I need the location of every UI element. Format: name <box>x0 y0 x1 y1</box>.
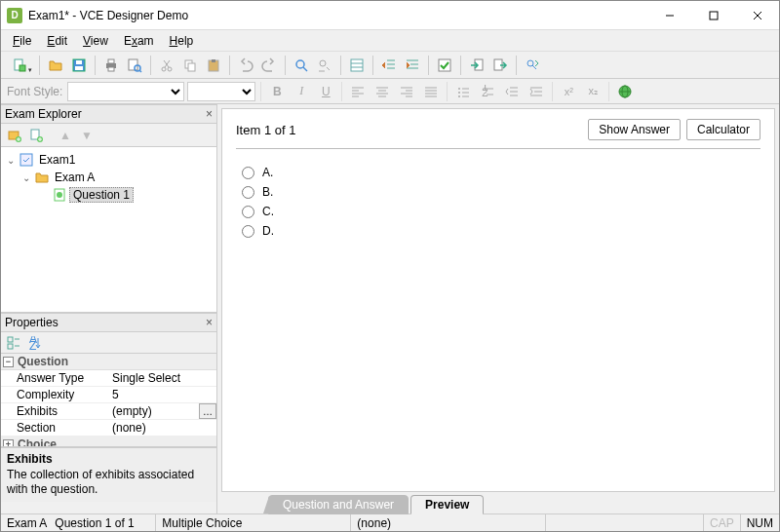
prop-section[interactable]: Section(none) <box>1 420 216 437</box>
export-button[interactable] <box>489 55 511 76</box>
calculator-button[interactable]: Calculator <box>686 119 760 140</box>
indent-button[interactable] <box>402 55 423 76</box>
web-button[interactable] <box>614 81 636 102</box>
underline-button[interactable]: U <box>315 81 336 102</box>
status-num: NUM <box>741 514 779 531</box>
choice-c-radio[interactable] <box>242 206 254 218</box>
prop-exhibits[interactable]: Exhibits(empty)… <box>1 403 216 420</box>
show-answer-button[interactable]: Show Answer <box>588 119 681 140</box>
app-window: D Exam1* - VCE Designer Demo FFileile Ed… <box>0 0 780 532</box>
menu-exam[interactable]: Exam <box>116 32 162 50</box>
categorized-button[interactable] <box>5 334 22 352</box>
svg-rect-82 <box>20 154 32 166</box>
choice-d[interactable]: D. <box>236 221 760 241</box>
prop-complexity[interactable]: Complexity5 <box>1 387 216 403</box>
bullet-list-button[interactable] <box>452 81 474 102</box>
property-description-body: The collection of exhibits associated wi… <box>7 468 211 498</box>
status-type: Multiple Choice <box>156 514 351 531</box>
number-list-button[interactable]: 12 <box>477 81 498 102</box>
new-button[interactable] <box>5 55 34 76</box>
status-cap: CAP <box>704 514 741 531</box>
svg-point-57 <box>458 95 460 97</box>
properties-button[interactable] <box>346 55 368 76</box>
redo-button[interactable] <box>258 55 280 76</box>
align-right-button[interactable] <box>396 81 417 102</box>
add-section-button[interactable] <box>5 126 24 145</box>
category-question[interactable]: −Question <box>1 354 216 370</box>
svg-rect-20 <box>188 63 195 71</box>
find-button[interactable] <box>291 55 312 76</box>
run-button[interactable] <box>522 55 543 76</box>
tab-question-answer[interactable]: Question and Answer <box>268 495 409 514</box>
move-down-button[interactable]: ▼ <box>77 126 97 145</box>
open-button[interactable] <box>45 55 66 76</box>
save-button[interactable] <box>68 55 90 76</box>
tree-section[interactable]: ⌄ Exam A <box>5 169 213 186</box>
superscript-button[interactable]: x² <box>558 81 579 102</box>
align-justify-button[interactable] <box>420 81 442 102</box>
close-button[interactable] <box>735 1 779 30</box>
align-center-button[interactable] <box>371 81 393 102</box>
choice-d-radio[interactable] <box>242 225 254 238</box>
font-style-label: Font Style: <box>5 85 64 98</box>
add-question-button[interactable] <box>26 126 46 145</box>
italic-button[interactable]: I <box>291 81 312 102</box>
category-choice[interactable]: +Choice <box>1 437 216 447</box>
properties-grid[interactable]: −Question Answer TypeSingle Select Compl… <box>1 354 216 447</box>
tree-root[interactable]: ⌄ Exam1 <box>5 151 213 169</box>
expand-icon[interactable]: ⌄ <box>20 172 32 183</box>
expand-icon[interactable]: ⌄ <box>5 155 17 166</box>
alphabetical-button[interactable]: AZ <box>26 334 44 352</box>
import-button[interactable] <box>466 55 488 76</box>
font-family-select[interactable] <box>67 82 184 101</box>
align-left-button[interactable] <box>347 81 369 102</box>
replace-button[interactable] <box>314 55 335 76</box>
choice-b-radio[interactable] <box>242 186 254 199</box>
svg-rect-5 <box>20 65 25 71</box>
copy-button[interactable] <box>179 55 201 76</box>
print-preview-button[interactable] <box>124 55 145 76</box>
prop-answer-type[interactable]: Answer TypeSingle Select <box>1 370 216 387</box>
main-toolbar <box>1 52 779 79</box>
subscript-button[interactable]: x₂ <box>582 81 604 102</box>
minimize-button[interactable] <box>647 1 691 30</box>
exam-tree[interactable]: ⌄ Exam1 ⌄ Exam A · Question 1 <box>1 147 216 313</box>
increase-indent-button[interactable] <box>526 81 547 102</box>
svg-rect-11 <box>108 67 114 71</box>
font-size-select[interactable] <box>187 82 255 101</box>
exhibits-edit-button[interactable]: … <box>199 403 216 419</box>
preview-header: Item 1 of 1 Show Answer Calculator <box>236 119 760 149</box>
menu-help[interactable]: Help <box>162 32 202 50</box>
properties-toolbar: AZ <box>1 332 216 354</box>
paste-button[interactable] <box>203 55 224 76</box>
main-body: Exam Explorer × ▲ ▼ ⌄ Exam1 ⌄ Ex <box>1 104 779 513</box>
print-button[interactable] <box>100 55 122 76</box>
svg-rect-10 <box>108 59 114 63</box>
tab-preview[interactable]: Preview <box>410 495 484 514</box>
menu-edit[interactable]: Edit <box>39 32 75 50</box>
maximize-button[interactable] <box>691 1 735 30</box>
svg-rect-12 <box>129 59 137 70</box>
menu-view[interactable]: View <box>75 32 116 50</box>
choice-b[interactable]: B. <box>236 182 760 202</box>
tree-question[interactable]: · Question 1 <box>5 186 213 204</box>
bold-button[interactable]: B <box>266 81 288 102</box>
decrease-indent-button[interactable] <box>501 81 523 102</box>
cut-button[interactable] <box>156 55 177 76</box>
choice-a[interactable]: A. <box>236 163 760 182</box>
check-button[interactable] <box>434 55 455 76</box>
choice-a-radio[interactable] <box>242 167 254 179</box>
menu-file[interactable]: FFileile <box>5 32 39 50</box>
status-extra: (none) <box>351 514 546 531</box>
svg-point-55 <box>458 88 460 90</box>
svg-line-17 <box>165 60 170 67</box>
choice-c[interactable]: C. <box>236 202 760 221</box>
item-counter: Item 1 of 1 <box>236 123 295 137</box>
question-icon <box>52 187 67 203</box>
move-up-button[interactable]: ▲ <box>56 126 75 145</box>
outdent-button[interactable] <box>378 55 400 76</box>
properties-close-icon[interactable]: × <box>206 316 213 329</box>
undo-button[interactable] <box>235 55 256 76</box>
explorer-close-icon[interactable]: × <box>206 107 213 121</box>
left-sidebar: Exam Explorer × ▲ ▼ ⌄ Exam1 ⌄ Ex <box>1 104 217 513</box>
